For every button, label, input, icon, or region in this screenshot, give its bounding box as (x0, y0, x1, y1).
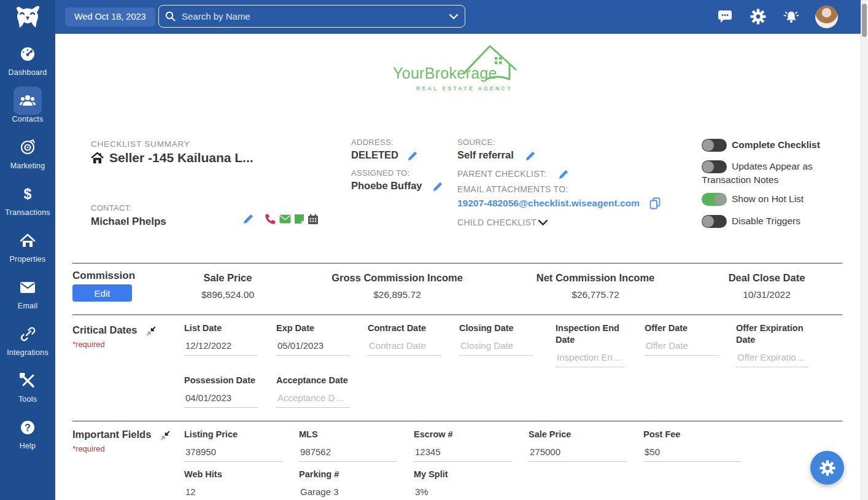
parking-number-input[interactable] (299, 486, 397, 500)
field-label: Listing Price (184, 429, 282, 440)
exp-date-input[interactable] (276, 340, 350, 356)
critical-dates-heading: Critical Dates (72, 324, 137, 335)
sidebar-item-help[interactable]: ? Help (0, 405, 55, 452)
collapse-arrows-icon[interactable] (146, 326, 156, 336)
user-avatar[interactable] (815, 6, 838, 28)
post-fee-input[interactable] (643, 446, 742, 462)
gear-icon[interactable] (750, 9, 766, 25)
copy-icon[interactable] (649, 197, 661, 209)
hot-list-switch[interactable] (702, 193, 727, 206)
tools-icon (20, 373, 36, 389)
settings-fab-button[interactable] (810, 451, 844, 485)
sidebar-item-dashboard[interactable]: Dashboard (0, 32, 55, 79)
field-label: MLS (299, 429, 397, 440)
wise-agent-owl-logo[interactable] (0, 0, 55, 32)
note-icon[interactable] (294, 214, 304, 224)
email-attachments-link[interactable]: 19207-482056@checklist.wiseagent.com (457, 198, 640, 209)
sale-price-input[interactable] (529, 446, 627, 462)
assigned-to-label: ASSIGNED TO: (351, 168, 410, 178)
offer-date-input[interactable] (645, 340, 718, 356)
field-label: Exp Date (276, 322, 350, 334)
my-split-input[interactable] (414, 486, 512, 500)
parent-checklist-label: PARENT CHECKLIST: (457, 169, 546, 179)
gauge-icon (20, 46, 36, 62)
field-label: Offer Date (645, 322, 718, 334)
sidebar-item-transactions[interactable]: $ Transactions (0, 172, 55, 219)
link-icon (20, 326, 36, 342)
sidebar-item-label: Help (20, 442, 36, 450)
address-label: ADDRESS: (351, 138, 393, 147)
list-date-input[interactable] (184, 340, 258, 356)
toggle-updates-transaction-notes: Updates Appear as Transaction Notes (702, 160, 832, 187)
calendar-icon[interactable] (308, 214, 319, 225)
toggle-show-hot-list: Show on Hot List (702, 192, 832, 206)
bell-icon[interactable] (783, 9, 799, 25)
field-label: List Date (184, 322, 258, 334)
offer-expiration-date-input[interactable] (736, 351, 808, 367)
closing-date-input[interactable] (459, 340, 533, 356)
sidebar: Dashboard Contacts Marketing (0, 0, 55, 500)
edit-pencil-icon[interactable] (407, 150, 418, 162)
commission-heading: Commission (72, 270, 135, 282)
envelope-icon (20, 281, 36, 294)
updates-notes-switch[interactable] (702, 160, 727, 173)
sidebar-item-tools[interactable]: Tools (0, 359, 55, 405)
search-input[interactable] (180, 10, 449, 22)
scrollbar-thumb[interactable] (862, 4, 867, 37)
search-box[interactable] (158, 5, 465, 28)
web-hits-input[interactable] (184, 486, 282, 500)
brand-name: YourBrokerage (393, 64, 497, 82)
checklist-summary-label: CHECKLIST SUMMARY (91, 139, 190, 149)
brokerage-logo: YourBrokerage REAL ESTATE AGENCY (393, 41, 552, 95)
collapse-arrows-icon[interactable] (160, 431, 170, 440)
sidebar-item-properties[interactable]: Properties (0, 219, 55, 265)
sidebar-item-email[interactable]: Email (0, 265, 55, 312)
commission-edit-button[interactable]: Edit (72, 284, 132, 302)
phone-icon[interactable] (265, 213, 276, 225)
stat-gross-commission: Gross Commission Income $26,895.72 (331, 272, 463, 300)
sidebar-item-integrations[interactable]: Integrations (0, 312, 55, 359)
stat-deal-close-date: Deal Close Date 10/31/2022 (729, 272, 805, 300)
field-label: Contract Date (368, 322, 441, 334)
contract-date-input[interactable] (368, 340, 441, 356)
required-note: *required (72, 444, 105, 453)
edit-pencil-icon[interactable] (432, 181, 443, 192)
sidebar-item-contacts[interactable]: Contacts (0, 79, 55, 125)
sidebar-item-marketing[interactable]: Marketing (0, 125, 55, 172)
date-chip[interactable]: Wed Oct 18, 2023 (65, 7, 155, 26)
acceptance-date-input[interactable] (276, 392, 350, 408)
mls-input[interactable] (299, 446, 397, 462)
sidebar-item-label: Dashboard (9, 68, 47, 77)
edit-pencil-icon[interactable] (242, 213, 254, 225)
sidebar-item-label: Integrations (7, 348, 48, 357)
gear-icon (820, 460, 835, 476)
listing-price-input[interactable] (184, 446, 282, 462)
owl-icon (14, 4, 42, 30)
source-label: SOURCE: (457, 138, 495, 147)
child-checklist-toggle[interactable]: CHILD CHECKLIST (457, 217, 548, 227)
edit-pencil-icon[interactable] (525, 150, 536, 162)
section-divider (72, 314, 842, 315)
field-label: Post Fee (643, 429, 742, 440)
sidebar-item-label: Tools (18, 395, 37, 404)
chevron-down-icon[interactable] (449, 14, 459, 20)
toggle-disable-triggers: Disable Triggers (702, 214, 832, 228)
scrollbar-track[interactable] (861, 0, 868, 500)
possession-date-input[interactable] (184, 392, 258, 408)
svg-text:$: $ (24, 186, 32, 202)
edit-pencil-icon[interactable] (558, 169, 569, 180)
field-label: Parking # (299, 469, 397, 480)
field-label: Web Hits (184, 469, 282, 480)
main-content: YourBrokerage REAL ESTATE AGENCY CHECKLI… (55, 34, 861, 500)
disable-triggers-switch[interactable] (702, 215, 727, 228)
field-label: My Split (414, 469, 512, 480)
sidebar-item-label: Contacts (12, 115, 44, 123)
escrow-number-input[interactable] (414, 446, 512, 462)
search-icon (165, 11, 176, 21)
sidebar-item-label: Email (18, 302, 37, 310)
inspection-end-date-input[interactable] (556, 351, 624, 367)
email-icon[interactable] (279, 214, 291, 224)
toggle-complete-checklist: Complete Checklist (702, 138, 832, 152)
complete-checklist-switch[interactable] (702, 139, 727, 152)
chat-icon[interactable] (717, 9, 733, 25)
